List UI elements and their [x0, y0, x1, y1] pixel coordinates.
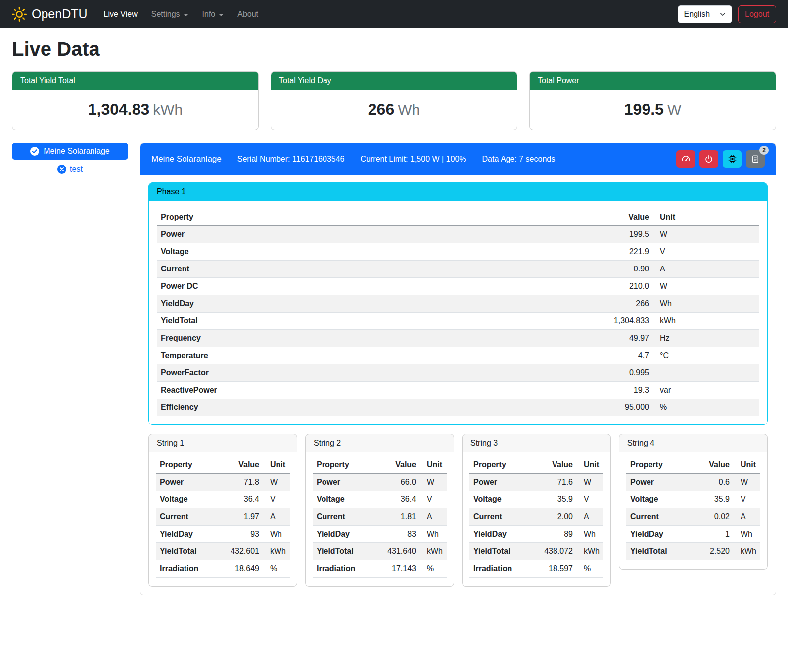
table-header-row: Property Value Unit [313, 456, 447, 474]
chevron-down-icon [184, 14, 188, 16]
table-row: Voltage35.9V [469, 491, 603, 508]
unit-cell: W [577, 474, 603, 491]
table-row: YieldTotal1,304.833kWh [157, 313, 759, 330]
table-row: Frequency49.97Hz [157, 330, 759, 347]
table-row: Voltage35.9V [626, 491, 760, 508]
inverter-select-test[interactable]: test [57, 165, 83, 174]
property-header: Property [157, 209, 574, 226]
nav-settings-label: Settings [151, 10, 180, 19]
gauge-icon [681, 154, 691, 164]
string-table: Property Value Unit Power0.6W Voltage35.… [626, 456, 760, 560]
value-cell: 432.601 [220, 543, 263, 560]
unit-cell: Hz [653, 330, 759, 347]
unit-cell: A [653, 261, 759, 278]
string-title: String 3 [463, 434, 610, 452]
current-limit: Current Limit: 1,500 W | 100% [361, 155, 466, 164]
table-row: Current2.00A [469, 508, 603, 526]
property-header: Property [469, 456, 533, 474]
property-cell: YieldTotal [313, 543, 376, 560]
value-cell: 2.520 [690, 543, 734, 560]
value-header: Value [220, 456, 263, 474]
table-row: YieldDay89Wh [469, 526, 603, 543]
table-header-row: Property Value Unit [157, 209, 759, 226]
property-cell: YieldTotal [626, 543, 690, 560]
table-row: YieldTotal431.640kWh [313, 543, 447, 560]
check-circle-icon [30, 147, 39, 156]
value-cell: 210.0 [574, 278, 653, 295]
value-cell: 35.9 [690, 491, 734, 508]
inverter-panel: Meine Solaranlage Serial Number: 1161716… [140, 143, 776, 595]
strings-row: String 1 Property Value Unit [148, 434, 768, 587]
value-cell: 1,304.833 [574, 313, 653, 330]
table-row: Current1.81A [313, 508, 447, 526]
inverter-title: Meine Solaranlage [151, 154, 222, 164]
language-selector[interactable]: English [678, 5, 732, 23]
value-cell: 35.9 [533, 491, 577, 508]
inverter-actions: 2 [676, 150, 765, 168]
unit-header: Unit [577, 456, 603, 474]
value-cell: 199.5 [574, 226, 653, 243]
nav-settings[interactable]: Settings [145, 6, 195, 23]
value-cell: 49.97 [574, 330, 653, 347]
card-title: Total Yield Day [271, 72, 517, 90]
property-cell: Irradiation [313, 560, 376, 578]
value-unit: Wh [398, 101, 420, 118]
card-title: Total Yield Total [12, 72, 258, 90]
language-selector-value: English [684, 10, 710, 19]
property-cell: Power [313, 474, 376, 491]
string-body: Property Value Unit Power71.6W Voltage35… [463, 452, 610, 586]
property-cell: Current [156, 508, 220, 526]
unit-cell: A [263, 508, 290, 526]
event-count-badge: 2 [759, 146, 769, 155]
property-cell: Temperature [157, 347, 574, 364]
value-cell: 221.9 [574, 243, 653, 261]
unit-cell: % [420, 560, 447, 578]
phase-title: Phase 1 [149, 183, 767, 201]
property-cell: Current [157, 261, 574, 278]
value-unit: kWh [153, 101, 183, 118]
unit-cell: V [420, 491, 447, 508]
property-cell: YieldDay [313, 526, 376, 543]
table-row: YieldTotal432.601kWh [156, 543, 290, 560]
string-body: Property Value Unit Power0.6W Voltage35.… [619, 452, 767, 569]
property-cell: Voltage [156, 491, 220, 508]
property-cell: YieldDay [157, 295, 574, 313]
unit-cell: W [653, 278, 759, 295]
table-row: YieldDay266Wh [157, 295, 759, 313]
nav-about[interactable]: About [231, 6, 265, 23]
table-row: Power DC210.0W [157, 278, 759, 295]
unit-cell: kWh [653, 313, 759, 330]
unit-header: Unit [420, 456, 447, 474]
limit-settings-button[interactable] [676, 150, 695, 168]
nav-menu: Live View Settings Info About [97, 6, 678, 23]
event-log-button[interactable]: 2 [746, 150, 765, 168]
table-row: Power0.6W [626, 474, 760, 491]
device-info-button[interactable] [723, 150, 742, 168]
inverter-select-meine-solaranlage[interactable]: Meine Solaranlage [12, 143, 128, 160]
serial-number: Serial Number: 116171603546 [237, 155, 345, 164]
unit-cell: W [734, 474, 760, 491]
property-cell: YieldDay [156, 526, 220, 543]
page-title: Live Data [12, 38, 776, 60]
unit-cell: % [263, 560, 290, 578]
value-cell: 66.0 [376, 474, 420, 491]
table-row: Power71.6W [469, 474, 603, 491]
nav-info[interactable]: Info [196, 6, 231, 23]
unit-cell: V [577, 491, 603, 508]
value-cell: 4.7 [574, 347, 653, 364]
string-table: Property Value Unit Power66.0W Voltage36… [313, 456, 447, 578]
logout-button[interactable]: Logout [738, 5, 776, 23]
property-cell: PowerFactor [157, 364, 574, 382]
value-cell: 0.995 [574, 364, 653, 382]
value-cell: 1.81 [376, 508, 420, 526]
property-cell: Voltage [157, 243, 574, 261]
value-cell: 36.4 [220, 491, 263, 508]
property-header: Property [313, 456, 376, 474]
string-title: String 1 [149, 434, 297, 452]
nav-live-view[interactable]: Live View [97, 6, 144, 23]
value-unit: W [667, 101, 681, 118]
power-button[interactable] [699, 150, 718, 168]
property-cell: YieldDay [626, 526, 690, 543]
brand-link[interactable]: OpenDTU [12, 7, 88, 22]
table-row: Voltage36.4V [156, 491, 290, 508]
